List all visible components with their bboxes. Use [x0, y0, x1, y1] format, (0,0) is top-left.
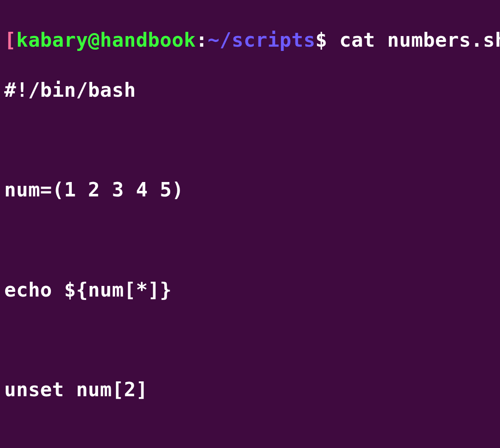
- prompt-path: ~/scripts: [208, 28, 315, 51]
- blank-line: [4, 327, 496, 352]
- prompt-user-host: kabary@handbook: [16, 28, 196, 51]
- file-line-echo-1: echo ${num[*]}: [4, 277, 496, 302]
- prompt-dollar: $: [315, 28, 327, 51]
- prompt-line-1: [kabary@handbook:~/scripts$ cat numbers.…: [4, 28, 496, 53]
- prompt-bracket: [: [4, 28, 16, 51]
- terminal[interactable]: [kabary@handbook:~/scripts$ cat numbers.…: [0, 0, 500, 448]
- file-line-array-decl: num=(1 2 3 4 5): [4, 177, 496, 202]
- blank-line: [4, 227, 496, 252]
- file-line-unset-index: unset num[2]: [4, 377, 496, 402]
- command-cat-text: cat numbers.sh: [339, 28, 500, 51]
- prompt-colon: :: [196, 28, 208, 51]
- blank-line: [4, 427, 496, 448]
- command-cat: [327, 28, 339, 51]
- file-line-shebang: #!/bin/bash: [4, 78, 496, 103]
- blank-line: [4, 127, 496, 152]
